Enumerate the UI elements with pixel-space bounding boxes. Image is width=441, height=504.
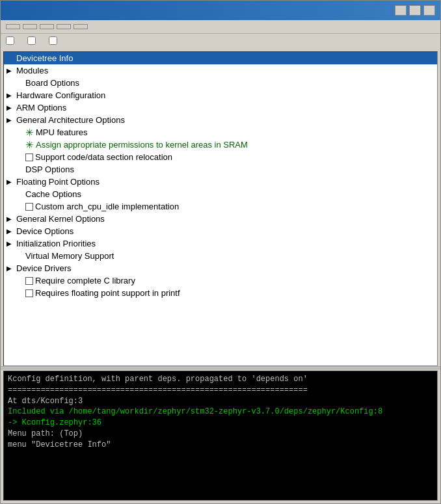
tree-item[interactable]: Cache Options	[4, 188, 437, 200]
show-all-option[interactable]	[27, 36, 38, 45]
tree-item-label: Requires floating point support in print…	[35, 288, 180, 298]
item-checkbox[interactable]	[25, 277, 33, 285]
resize-handle[interactable]	[1, 366, 440, 369]
tree-item[interactable]: Virtual Memory Support	[4, 250, 437, 262]
show-name-option[interactable]	[6, 36, 17, 45]
info-line: menu "Devicetree Info"	[8, 440, 433, 451]
info-line: Kconfig definition, with parent deps. pr…	[8, 374, 433, 385]
expand-arrow: ▶	[7, 215, 14, 222]
save-as-button[interactable]	[23, 24, 37, 29]
tree-item-label: Initialization Priorities	[16, 239, 96, 248]
title-bar-buttons	[395, 5, 435, 16]
save-button[interactable]	[6, 24, 20, 29]
tree-item[interactable]: ▶Floating Point Options	[4, 176, 437, 188]
info-line: -> Kconfig.zephyr:36	[8, 418, 433, 429]
maximize-button[interactable]	[409, 5, 421, 16]
tree-item-label: Custom arch_cpu_idle implementation	[35, 202, 179, 211]
star-icon: ✳	[25, 140, 34, 150]
tree-item-label: Hardware Configuration	[16, 90, 105, 100]
tree-item[interactable]: ▶Device Drivers	[4, 262, 437, 274]
expand-arrow: ▶	[7, 104, 14, 111]
tree-item-label: Support code/data section relocation	[35, 152, 172, 162]
close-button[interactable]	[423, 5, 435, 16]
tree-item-label: MPU features	[36, 127, 87, 137]
title-bar	[1, 1, 440, 20]
minimize-button[interactable]	[395, 5, 407, 16]
tree-item-label: Device Options	[16, 226, 74, 236]
options-bar	[1, 34, 440, 47]
tree-item-label: Floating Point Options	[16, 177, 100, 187]
show-all-checkbox[interactable]	[27, 36, 36, 45]
item-checkbox[interactable]	[25, 289, 33, 297]
tree-item[interactable]: ▶ARM Options	[4, 101, 437, 114]
main-window: Devicetree Info▶Modules Board Options▶Ha…	[0, 0, 441, 504]
item-checkbox[interactable]	[25, 153, 33, 161]
single-menu-option[interactable]	[49, 36, 60, 45]
info-line: Included via /home/tang/workdir/zephyr/s…	[8, 406, 433, 418]
tree-item[interactable]: Support code/data section relocation	[4, 151, 437, 163]
tree-item[interactable]: ▶Device Options	[4, 225, 437, 237]
tree-item[interactable]: ▶Modules	[4, 64, 437, 77]
toolbar	[1, 20, 440, 34]
tree-item[interactable]: Devicetree Info	[4, 52, 437, 64]
star-icon: ✳	[25, 127, 34, 137]
tree-item[interactable]: ▶General Kernel Options	[4, 213, 437, 225]
tree-item[interactable]: Require complete C library	[4, 274, 437, 287]
tree-item-label: Require complete C library	[35, 276, 135, 285]
info-line: ========================================…	[8, 385, 433, 396]
tree-item-label: Modules	[16, 66, 48, 75]
expand-arrow: ▶	[7, 92, 14, 99]
expand-arrow: ▶	[7, 116, 14, 124]
tree-item-label: ARM Options	[16, 103, 66, 113]
expand-arrow: ▶	[7, 265, 14, 272]
expand-arrow: ▶	[7, 178, 14, 185]
jump-to-button[interactable]	[74, 24, 88, 29]
expand-arrow: ▶	[7, 67, 14, 74]
save-minimal-button[interactable]	[40, 24, 54, 29]
expand-arrow: ▶	[7, 240, 14, 247]
info-line: At dts/Kconfig:3	[8, 396, 433, 407]
expand-arrow: ▶	[7, 228, 14, 235]
tree-item-label: Assign appropriate permissions to kernel…	[36, 140, 248, 150]
tree-item-label: Cache Options	[25, 189, 81, 199]
show-name-checkbox[interactable]	[6, 36, 14, 45]
tree-item[interactable]: DSP Options	[4, 163, 437, 176]
info-line: Menu path: (Top)	[8, 429, 433, 440]
tree-item-label: Board Options	[25, 78, 79, 88]
tree-panel[interactable]: Devicetree Info▶Modules Board Options▶Ha…	[3, 51, 438, 366]
tree-item[interactable]: Requires floating point support in print…	[4, 287, 437, 299]
tree-item-label: Devicetree Info	[16, 53, 73, 63]
tree-item[interactable]: ▶Initialization Priorities	[4, 237, 437, 250]
main-area: Devicetree Info▶Modules Board Options▶Ha…	[1, 51, 440, 503]
tree-scroll[interactable]: Devicetree Info▶Modules Board Options▶Ha…	[4, 52, 437, 365]
tree-item-label: Device Drivers	[16, 263, 72, 273]
tree-item[interactable]: Custom arch_cpu_idle implementation	[4, 200, 437, 213]
tree-item[interactable]: ✳Assign appropriate permissions to kerne…	[4, 139, 437, 151]
open-button[interactable]	[57, 24, 71, 29]
single-menu-checkbox[interactable]	[49, 36, 57, 45]
tree-item-label: General Architecture Options	[16, 115, 125, 125]
tree-item-label: DSP Options	[25, 165, 74, 174]
tree-item[interactable]: Board Options	[4, 77, 437, 89]
tree-item[interactable]: ✳MPU features	[4, 126, 437, 139]
tree-item[interactable]: ▶Hardware Configuration	[4, 89, 437, 101]
item-checkbox[interactable]	[25, 203, 33, 211]
tree-item[interactable]: ▶General Architecture Options	[4, 114, 437, 126]
info-panel: Kconfig definition, with parent deps. pr…	[3, 371, 438, 501]
tree-item-label: General Kernel Options	[16, 214, 105, 224]
tree-item-label: Virtual Memory Support	[25, 251, 114, 261]
